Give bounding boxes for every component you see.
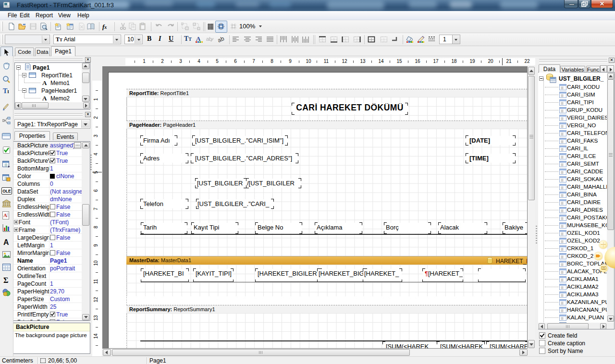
svg-text:A: A xyxy=(196,36,201,42)
svg-text:A: A xyxy=(3,212,7,218)
svg-text:ab: ab xyxy=(217,36,225,43)
